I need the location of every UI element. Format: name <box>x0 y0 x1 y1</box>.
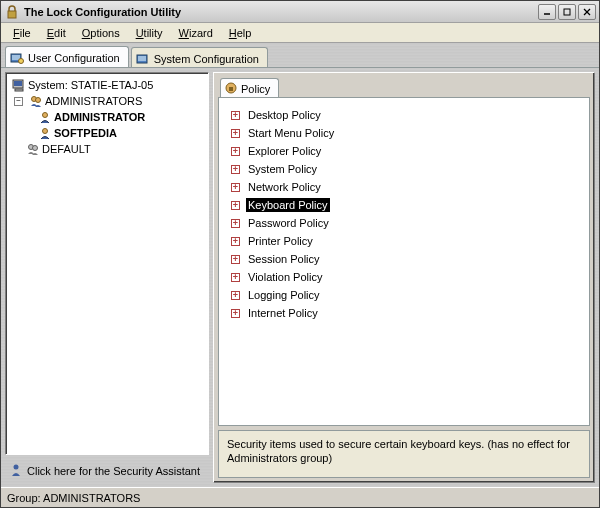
maximize-button[interactable] <box>558 4 576 20</box>
menu-utility[interactable]: Utility <box>128 25 171 41</box>
expand-icon[interactable] <box>231 111 240 120</box>
expand-icon[interactable] <box>231 183 240 192</box>
svg-point-16 <box>43 129 48 134</box>
svg-point-14 <box>36 98 41 103</box>
svg-point-19 <box>14 465 19 470</box>
menu-options[interactable]: Options <box>74 25 128 41</box>
expand-icon[interactable] <box>231 255 240 264</box>
tab-label: User Configuration <box>28 52 120 64</box>
assistant-icon <box>9 463 23 479</box>
policy-item[interactable]: Violation Policy <box>231 268 577 286</box>
svg-point-15 <box>43 113 48 118</box>
menubar: File Edit Options Utility Wizard Help <box>1 23 599 43</box>
policy-item[interactable]: Desktop Policy <box>231 106 577 124</box>
tree-node-softpedia[interactable]: SOFTPEDIA <box>8 125 206 141</box>
expand-icon[interactable] <box>231 273 240 282</box>
right-panel: Policy Desktop PolicyStart Menu PolicyEx… <box>213 72 595 483</box>
group-icon <box>26 142 40 156</box>
tab-user-configuration[interactable]: User Configuration <box>5 46 129 67</box>
policy-label: Desktop Policy <box>246 108 323 122</box>
policy-label: System Policy <box>246 162 319 176</box>
tree-label: System: STATIE-ETAJ-05 <box>28 79 153 91</box>
tree-node-administrator[interactable]: ADMINISTRATOR <box>8 109 206 125</box>
expand-icon[interactable] <box>231 147 240 156</box>
close-button[interactable] <box>578 4 596 20</box>
system-config-icon <box>136 52 150 66</box>
svg-rect-12 <box>15 89 23 91</box>
expand-icon[interactable] <box>231 291 240 300</box>
menu-file[interactable]: File <box>5 25 39 41</box>
policy-item[interactable]: Password Policy <box>231 214 577 232</box>
expand-icon[interactable] <box>231 237 240 246</box>
svg-point-18 <box>33 146 38 151</box>
menu-help[interactable]: Help <box>221 25 260 41</box>
user-icon <box>38 110 52 124</box>
policy-item[interactable]: Logging Policy <box>231 286 577 304</box>
policy-item[interactable]: Explorer Policy <box>231 142 577 160</box>
left-panel: System: STATIE-ETAJ-05 − ADMINISTRATORS … <box>5 72 209 483</box>
svg-rect-9 <box>138 56 146 61</box>
policy-item[interactable]: Printer Policy <box>231 232 577 250</box>
svg-point-7 <box>19 59 24 64</box>
config-tab-strip: User Configuration System Configuration <box>1 45 599 67</box>
expand-icon[interactable] <box>231 219 240 228</box>
policy-item[interactable]: Internet Policy <box>231 304 577 322</box>
menu-edit[interactable]: Edit <box>39 25 74 41</box>
tree-node-administrators[interactable]: − ADMINISTRATORS <box>8 93 206 109</box>
policy-label: Session Policy <box>246 252 322 266</box>
policy-label: Password Policy <box>246 216 331 230</box>
policy-tab-strip: Policy <box>218 77 590 97</box>
status-text: Group: ADMINISTRATORS <box>7 492 140 504</box>
expand-icon[interactable] <box>231 309 240 318</box>
tree-node-default[interactable]: DEFAULT <box>8 141 206 157</box>
user-config-icon <box>10 51 24 65</box>
minimize-button[interactable] <box>538 4 556 20</box>
svg-rect-2 <box>564 9 570 15</box>
policy-item[interactable]: System Policy <box>231 160 577 178</box>
tab-label: System Configuration <box>154 53 259 65</box>
policy-item[interactable]: Start Menu Policy <box>231 124 577 142</box>
tab-system-configuration[interactable]: System Configuration <box>131 47 268 67</box>
policy-tab-icon <box>225 82 237 96</box>
security-assistant-link[interactable]: Click here for the Security Assistant <box>5 459 209 483</box>
computer-icon <box>12 78 26 92</box>
policy-list[interactable]: Desktop PolicyStart Menu PolicyExplorer … <box>218 97 590 426</box>
tree-label: ADMINISTRATORS <box>45 95 142 107</box>
policy-item[interactable]: Network Policy <box>231 178 577 196</box>
window-controls <box>538 4 596 20</box>
app-icon <box>4 4 20 20</box>
titlebar: The Lock Configuration Utility <box>1 1 599 23</box>
policy-label: Explorer Policy <box>246 144 323 158</box>
assistant-link-text: Click here for the Security Assistant <box>27 465 200 477</box>
policy-label: Start Menu Policy <box>246 126 336 140</box>
policy-item[interactable]: Session Policy <box>231 250 577 268</box>
policy-label: Logging Policy <box>246 288 322 302</box>
tab-policy[interactable]: Policy <box>220 78 279 97</box>
policy-label: Violation Policy <box>246 270 324 284</box>
app-window: The Lock Configuration Utility File Edit… <box>0 0 600 508</box>
expand-icon[interactable] <box>231 129 240 138</box>
policy-label: Internet Policy <box>246 306 320 320</box>
menu-wizard[interactable]: Wizard <box>171 25 221 41</box>
svg-rect-21 <box>229 87 233 91</box>
statusbar: Group: ADMINISTRATORS <box>1 487 599 507</box>
svg-rect-0 <box>8 11 16 18</box>
tree-label: DEFAULT <box>42 143 91 155</box>
policy-label: Network Policy <box>246 180 323 194</box>
tab-content: System: STATIE-ETAJ-05 − ADMINISTRATORS … <box>1 67 599 487</box>
policy-label: Keyboard Policy <box>246 198 330 212</box>
expand-icon[interactable] <box>231 165 240 174</box>
policy-description: Security items used to secure certain ke… <box>218 430 590 478</box>
policy-item[interactable]: Keyboard Policy <box>231 196 577 214</box>
tab-label: Policy <box>241 83 270 95</box>
expand-icon[interactable] <box>231 201 240 210</box>
tree-view[interactable]: System: STATIE-ETAJ-05 − ADMINISTRATORS … <box>5 72 209 455</box>
policy-label: Printer Policy <box>246 234 315 248</box>
tree-node-system[interactable]: System: STATIE-ETAJ-05 <box>8 77 206 93</box>
main-area: User Configuration System Configuration … <box>1 43 599 487</box>
tree-label: ADMINISTRATOR <box>54 111 145 123</box>
tree-label: SOFTPEDIA <box>54 127 117 139</box>
group-icon <box>29 94 43 108</box>
window-title: The Lock Configuration Utility <box>24 6 538 18</box>
tree-collapse-icon[interactable]: − <box>14 97 23 106</box>
